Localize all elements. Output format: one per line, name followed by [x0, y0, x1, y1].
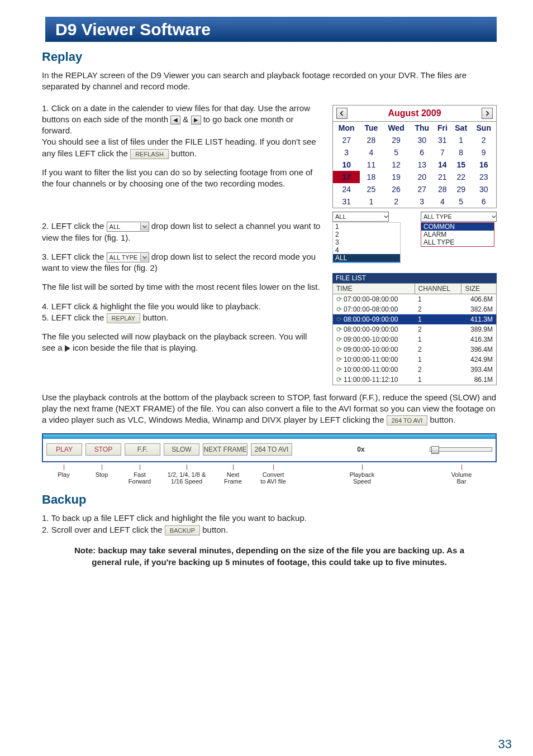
- calendar-day[interactable]: 10: [333, 159, 360, 171]
- replay-heading: Replay: [42, 50, 497, 64]
- calendar-day[interactable]: 16: [472, 159, 497, 171]
- calendar-day[interactable]: 24: [333, 183, 360, 195]
- cal-prev-button[interactable]: [336, 108, 348, 119]
- channel-dropdown-inline[interactable]: ALL: [107, 222, 149, 232]
- type-option-list[interactable]: COMMONALARMALL TYPE: [421, 222, 494, 247]
- calendar-day[interactable]: 18: [360, 171, 382, 183]
- type-dropdown-inline[interactable]: ALL TYPE: [107, 252, 149, 262]
- file-row[interactable]: ⟳07:00:00-08:00:001406.6M: [333, 294, 497, 304]
- 264-to-avi-button-inline[interactable]: 264 TO AVI: [387, 415, 428, 425]
- file-icon: ⟳: [336, 346, 342, 353]
- volume-slider[interactable]: [430, 447, 492, 452]
- calendar-day[interactable]: 23: [472, 171, 497, 183]
- type-option[interactable]: ALARM: [421, 231, 494, 238]
- calendar-day[interactable]: 17: [333, 171, 360, 183]
- calendar-day[interactable]: 21: [434, 171, 451, 183]
- replay-intro: In the REPLAY screen of the D9 Viewer yo…: [42, 70, 497, 93]
- calendar-day[interactable]: 22: [451, 171, 472, 183]
- calendar-day[interactable]: 1: [360, 195, 382, 208]
- ff-button[interactable]: F.F.: [125, 443, 160, 456]
- file-row[interactable]: ⟳10:00:00-11:00:001424.9M: [333, 355, 497, 365]
- calendar-day[interactable]: 4: [434, 195, 451, 208]
- cal-dow: Sat: [451, 122, 472, 134]
- cap-ff: Fast Forward: [129, 471, 151, 485]
- 264-to-avi-button[interactable]: 264 TO AVI: [251, 443, 292, 456]
- file-row[interactable]: ⟳08:00:00-09:00:002389.9M: [333, 324, 497, 334]
- calendar-day[interactable]: 28: [360, 134, 382, 146]
- file-row[interactable]: ⟳11:00:00-11:12:10186.1M: [333, 375, 497, 385]
- calendar-day[interactable]: 6: [410, 146, 434, 159]
- file-row[interactable]: ⟳09:00:00-10:00:001416.3M: [333, 334, 497, 344]
- calendar-day[interactable]: 5: [451, 195, 472, 208]
- backup-note: Note: backup may take several minutes, d…: [64, 544, 474, 568]
- calendar-day[interactable]: 25: [360, 183, 382, 195]
- calendar-day[interactable]: 8: [451, 146, 472, 159]
- calendar-day[interactable]: 11: [360, 159, 382, 171]
- cal-next-button[interactable]: [482, 108, 493, 119]
- channel-option[interactable]: 3: [333, 238, 400, 246]
- playback-bar: PLAY STOP F.F. SLOW NEXT FRAME 264 TO AV…: [42, 433, 497, 462]
- file-row[interactable]: ⟳08:00:00-09:00:001411.3M: [333, 314, 497, 324]
- cal-dow: Sun: [472, 122, 497, 134]
- calendar-day[interactable]: 31: [434, 134, 451, 146]
- calendar-day[interactable]: 2: [472, 134, 497, 146]
- calendar-day[interactable]: 27: [333, 134, 360, 146]
- calendar-day[interactable]: 29: [451, 183, 472, 195]
- calendar-day[interactable]: 3: [333, 146, 360, 159]
- file-row[interactable]: ⟳09:00:00-10:00:002396.4M: [333, 344, 497, 355]
- calendar-day[interactable]: 7: [434, 146, 451, 159]
- channel-option-list[interactable]: 1234ALL: [332, 222, 401, 263]
- calendar-day[interactable]: 6: [472, 195, 497, 208]
- type-option[interactable]: COMMON: [421, 223, 494, 231]
- replay-p1b: &: [183, 114, 191, 124]
- type-option[interactable]: ALL TYPE: [421, 238, 494, 246]
- file-list-title: FILE LIST: [332, 273, 497, 283]
- next-frame-button[interactable]: NEXT FRAME: [203, 443, 248, 456]
- calendar-day[interactable]: 31: [333, 195, 360, 208]
- calendar-day[interactable]: 20: [410, 171, 434, 183]
- calendar-day[interactable]: 5: [382, 146, 410, 159]
- replay-p9b: icon beside the file that is playing.: [73, 343, 198, 352]
- play-button[interactable]: PLAY: [46, 443, 82, 456]
- calendar-day[interactable]: 9: [472, 146, 497, 159]
- calendar-day[interactable]: 30: [472, 183, 497, 195]
- calendar-day[interactable]: 1: [451, 134, 472, 146]
- file-row[interactable]: ⟳10:00:00-11:00:002393.4M: [333, 365, 497, 375]
- calendar-day[interactable]: 30: [410, 134, 434, 146]
- page-number: 33: [498, 737, 512, 752]
- stop-button[interactable]: STOP: [85, 443, 121, 456]
- type-select[interactable]: ALL TYPE: [421, 212, 497, 222]
- calendar-day[interactable]: 15: [451, 159, 472, 171]
- calendar-day[interactable]: 13: [410, 159, 434, 171]
- file-icon: ⟳: [336, 305, 342, 313]
- calendar-day[interactable]: 3: [410, 195, 434, 208]
- replay-p6: The file list will be sorted by time wit…: [42, 281, 321, 293]
- calendar-day[interactable]: 19: [382, 171, 410, 183]
- slow-button[interactable]: SLOW: [164, 443, 199, 456]
- col-time: TIME: [333, 283, 415, 294]
- channel-select[interactable]: ALL: [332, 212, 389, 222]
- channel-option[interactable]: 4: [333, 246, 400, 254]
- calendar-day[interactable]: 26: [382, 183, 410, 195]
- reflash-button[interactable]: REFLASH: [130, 149, 169, 159]
- channel-dropdown-label: ALL: [110, 223, 121, 231]
- file-row[interactable]: ⟳07:00:00-08:00:002382.6M: [333, 304, 497, 314]
- channel-option[interactable]: 2: [333, 231, 400, 238]
- file-list-panel: FILE LIST TIME CHANNEL SIZE ⟳07:00:00-08…: [332, 273, 497, 385]
- replay-p10a: Use the playback controls at the bottom …: [42, 393, 496, 425]
- calendar-day[interactable]: 4: [360, 146, 382, 159]
- calendar-day[interactable]: 28: [434, 183, 451, 195]
- file-icon: ⟳: [336, 315, 342, 323]
- backup-p2a: 2. Scroll over and LEFT click the: [42, 525, 165, 534]
- next-month-icon[interactable]: ▶: [191, 116, 201, 125]
- calendar-day[interactable]: 14: [434, 159, 451, 171]
- channel-option[interactable]: ALL: [333, 254, 400, 262]
- prev-month-icon[interactable]: ◀: [170, 116, 180, 125]
- calendar-day[interactable]: 29: [382, 134, 410, 146]
- calendar-day[interactable]: 2: [382, 195, 410, 208]
- backup-button[interactable]: BACKUP: [165, 525, 200, 535]
- calendar-day[interactable]: 27: [410, 183, 434, 195]
- channel-option[interactable]: 1: [333, 223, 400, 231]
- replay-button[interactable]: REPLAY: [107, 313, 141, 323]
- calendar-day[interactable]: 12: [382, 159, 410, 171]
